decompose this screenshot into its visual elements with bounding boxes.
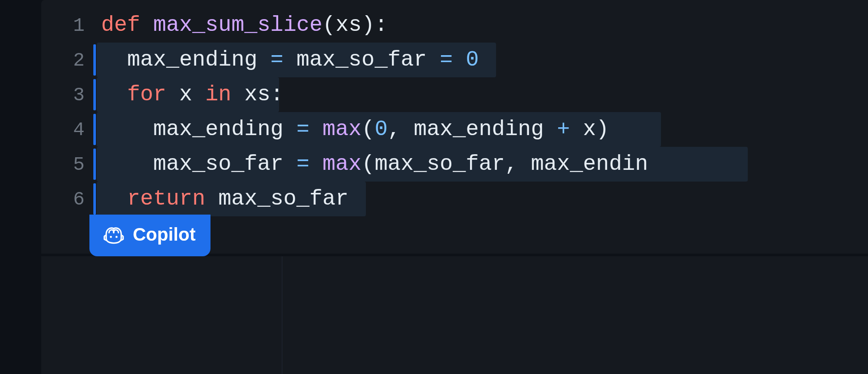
editor-panel[interactable]: 1def max_sum_slice(xs):2 max_ending = ma…	[41, 0, 868, 374]
code-line[interactable]: 1def max_sum_slice(xs):	[41, 8, 868, 43]
suggestion-marker	[93, 79, 96, 110]
token: =	[440, 47, 453, 72]
suggestion-marker	[93, 183, 96, 215]
token	[309, 152, 322, 176]
copilot-button[interactable]: Copilot	[89, 215, 210, 256]
token: x	[166, 82, 205, 107]
token: +	[557, 117, 570, 142]
line-content[interactable]: max_so_far = max(max_so_far, max_endin	[97, 147, 648, 182]
token: (	[322, 13, 335, 37]
token: return	[127, 186, 205, 211]
token	[453, 47, 466, 72]
token: ,	[505, 152, 518, 176]
token: )	[596, 117, 609, 142]
line-number: 2	[41, 43, 97, 78]
line-content[interactable]: max_ending = max(0, max_ending + x)	[97, 112, 609, 147]
token: 0	[466, 47, 479, 72]
token: max_so_far	[101, 152, 296, 176]
code-text: for x in xs:	[97, 77, 283, 112]
token: x	[570, 117, 596, 142]
code-text: return max_so_far	[97, 182, 349, 216]
token: max_ending	[101, 47, 270, 72]
code-text: max_ending = max_so_far = 0	[97, 43, 479, 77]
code-area[interactable]: 1def max_sum_slice(xs):2 max_ending = ma…	[41, 8, 868, 216]
line-number: 4	[41, 113, 97, 147]
code-text: max_so_far = max(max_so_far, max_endin	[97, 147, 648, 182]
token: =	[270, 47, 283, 72]
token: in	[205, 82, 231, 107]
code-text: max_ending = max(0, max_ending + x)	[97, 112, 609, 147]
suggestion-marker	[93, 114, 96, 145]
token: max	[322, 117, 362, 142]
line-number: 5	[41, 147, 97, 182]
token: :	[270, 82, 283, 107]
token: max	[322, 152, 362, 176]
code-line[interactable]: 6 return max_so_far	[41, 182, 868, 216]
copilot-icon	[102, 223, 125, 246]
token	[101, 82, 127, 107]
token	[309, 117, 322, 142]
code-line[interactable]: 5 max_so_far = max(max_so_far, max_endin	[41, 147, 868, 182]
code-line[interactable]: 4 max_ending = max(0, max_ending + x)	[41, 112, 868, 147]
token: ):	[362, 13, 388, 37]
copilot-label: Copilot	[133, 224, 196, 245]
token: max_so_far	[205, 186, 349, 211]
token: max_so_far	[283, 47, 440, 72]
line-content[interactable]: for x in xs:	[97, 77, 283, 112]
line-number: 6	[41, 182, 97, 217]
app-root: 1def max_sum_slice(xs):2 max_ending = ma…	[0, 0, 868, 374]
token: (	[362, 152, 375, 176]
token	[101, 186, 127, 211]
token: max_so_far	[375, 152, 505, 176]
line-number: 1	[41, 8, 97, 43]
line-number: 3	[41, 78, 97, 113]
token: 0	[375, 117, 388, 142]
token: ,	[388, 117, 401, 142]
suggestion-marker	[93, 44, 96, 76]
line-content[interactable]: return max_so_far	[97, 182, 349, 216]
token: for	[127, 82, 166, 107]
token: max_ending	[401, 117, 557, 142]
panel-divider	[282, 256, 283, 374]
token: max_endin	[518, 152, 648, 176]
svg-point-0	[110, 236, 112, 238]
token: =	[296, 117, 309, 142]
token: max_sum_slice	[153, 13, 322, 37]
code-line[interactable]: 2 max_ending = max_so_far = 0	[41, 43, 868, 77]
line-content[interactable]: max_ending = max_so_far = 0	[97, 43, 479, 77]
svg-point-1	[115, 236, 118, 238]
code-text: def max_sum_slice(xs):	[97, 8, 388, 43]
token: xs	[335, 13, 362, 37]
line-content[interactable]: def max_sum_slice(xs):	[97, 8, 388, 43]
token: xs	[231, 82, 270, 107]
token: max_ending	[101, 117, 296, 142]
suggestion-marker	[93, 149, 96, 180]
token: def	[101, 13, 153, 37]
code-line[interactable]: 3 for x in xs:	[41, 77, 868, 112]
token: =	[296, 152, 309, 176]
token: (	[362, 117, 375, 142]
